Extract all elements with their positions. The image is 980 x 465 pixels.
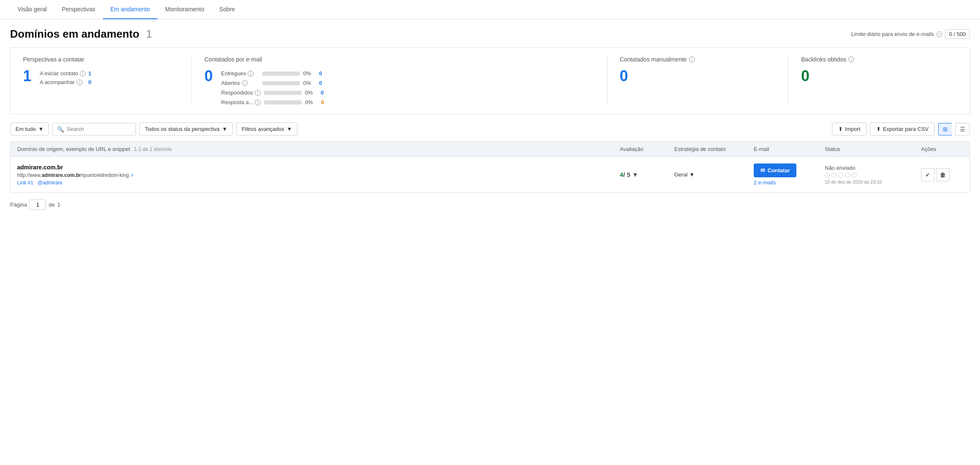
strategy-dropdown[interactable]: Geral ▼: [674, 171, 750, 178]
manual-title: Contatados manualmente i: [620, 56, 776, 63]
domain-url: http://www.admirare.com.br/quarto/edredo…: [17, 172, 616, 178]
pagination-of-label: de: [49, 202, 54, 208]
tab-em-andamento[interactable]: Em andamento: [103, 0, 158, 19]
export-icon: ⬆: [876, 126, 881, 132]
view-grid-button[interactable]: ⊞: [938, 123, 952, 135]
grid-icon: ⊞: [943, 126, 948, 133]
manual-info-icon[interactable]: i: [689, 56, 695, 62]
scope-dropdown[interactable]: Em tudo ▼: [10, 123, 49, 135]
col-status: Status: [825, 146, 917, 152]
status-dot-3: [838, 173, 843, 178]
perspectives-big-number: 1: [23, 69, 31, 84]
advanced-filter-chevron-icon: ▼: [287, 126, 292, 132]
status-dot-4: [845, 173, 850, 178]
domain-name: admirare.com.br: [17, 164, 616, 171]
search-input[interactable]: [67, 126, 129, 132]
rating-chevron-icon: ▼: [632, 171, 638, 178]
tab-sobre[interactable]: Sobre: [212, 0, 242, 19]
stat-acompanhar: A acompanhar i 0: [40, 79, 91, 85]
email-limit-value: 0 / 500: [945, 29, 970, 39]
data-table: Domínio de origem, exemplo de URL e snip…: [10, 141, 970, 193]
table-header: Domínio de origem, exemplo de URL e snip…: [10, 142, 970, 157]
email-cell: ✉ Contatar 2 e-mails: [754, 164, 821, 186]
stat-abertos: Abertos i 0% 0: [221, 80, 324, 86]
delete-action-button[interactable]: 🗑: [936, 168, 949, 181]
email-limit-label: Limite diário para envio de e-mails: [851, 31, 934, 37]
respondidos-info-icon[interactable]: i: [255, 90, 261, 96]
status-date: 10 de dez de 2020 às 23:10: [825, 179, 917, 184]
external-link-icon[interactable]: ↗: [130, 173, 133, 178]
toolbar: Em tudo ▼ 🔍 Todos os status da perspecti…: [0, 123, 980, 141]
stat-respondidos: Respondidos i 0% 0: [221, 89, 324, 96]
table-row: admirare.com.br http://www.admirare.com.…: [10, 157, 970, 192]
perspectives-section: Perspectivas a contatar 1 A iniciar cont…: [10, 56, 192, 105]
contatar-button[interactable]: ✉ Contatar: [754, 164, 796, 177]
page-title: Domínios em andamento: [10, 28, 139, 41]
view-list-button[interactable]: ☰: [955, 123, 970, 135]
backlinks-info-icon[interactable]: i: [848, 56, 854, 62]
tab-perspectivas[interactable]: Perspectivas: [54, 0, 103, 19]
domain-cell: admirare.com.br http://www.admirare.com.…: [17, 164, 616, 186]
email-section: Contatados por e-mail 0 Entregues i 0% 0…: [192, 56, 607, 105]
email-big-number: 0: [205, 69, 213, 84]
actions-cell: ✓ 🗑: [921, 168, 963, 181]
manual-big-number: 0: [620, 67, 628, 84]
status-dots: [825, 173, 917, 178]
status-dot-2: [832, 173, 837, 178]
email-limit-info-icon[interactable]: i: [937, 31, 942, 37]
col-domain: Domínio de origem, exemplo de URL e snip…: [17, 146, 616, 152]
strategy-chevron-icon: ▼: [689, 171, 695, 178]
import-icon: ⬆: [838, 126, 843, 132]
check-action-button[interactable]: ✓: [921, 168, 934, 181]
search-container: 🔍: [52, 123, 136, 135]
resposta-info-icon[interactable]: i: [255, 100, 261, 105]
export-button[interactable]: ⬆ Exportar para CSV: [870, 123, 935, 135]
domain-link2[interactable]: @admirare: [38, 180, 63, 186]
domain-link1[interactable]: Link #1: [17, 180, 33, 186]
search-icon: 🔍: [57, 126, 64, 133]
status-dot-1: [825, 173, 830, 178]
advanced-filter-label: Filtros avançados: [242, 126, 284, 132]
list-icon: ☰: [960, 126, 965, 133]
advanced-filter-dropdown[interactable]: Filtros avançados ▼: [236, 123, 298, 135]
page-header: Domínios em andamento 1 Limite diário pa…: [0, 19, 980, 47]
email-btn-icon: ✉: [760, 167, 765, 174]
status-text: Não enviado: [825, 165, 917, 171]
import-button[interactable]: ⬆ Import: [832, 123, 867, 135]
rating-value[interactable]: 4/ 5 ▼: [620, 171, 638, 178]
acompanhar-info-icon[interactable]: i: [77, 79, 82, 85]
rating-cell: 4/ 5 ▼: [620, 171, 670, 178]
pagination-label: Página: [10, 202, 27, 208]
email-limit-section: Limite diário para envio de e-mails i 0 …: [851, 29, 970, 39]
status-filter-chevron-icon: ▼: [222, 126, 228, 132]
abertos-info-icon[interactable]: i: [242, 80, 248, 86]
col-actions: Ações: [921, 146, 963, 152]
stat-iniciar: A iniciar contato i 1: [40, 70, 91, 77]
scope-label: Em tudo: [15, 126, 36, 132]
entregues-info-icon[interactable]: i: [248, 71, 253, 77]
iniciar-info-icon[interactable]: i: [80, 71, 86, 77]
backlinks-title: Backlinks obtidos i: [801, 56, 957, 63]
nav-tabs: Visão geral Perspectivas Em andamento Mo…: [0, 0, 980, 19]
email-title: Contatados por e-mail: [205, 56, 594, 63]
col-strategy: Estratégia de contato: [674, 146, 750, 152]
tab-visao-geral[interactable]: Visão geral: [10, 0, 54, 19]
pagination: Página de 1: [0, 193, 980, 217]
manual-section: Contatados manualmente i 0: [607, 56, 789, 105]
backlinks-section: Backlinks obtidos i 0: [788, 56, 970, 105]
backlinks-big-number: 0: [801, 67, 809, 84]
col-email: E-mail: [754, 146, 821, 152]
stats-card: Perspectivas a contatar 1 A iniciar cont…: [10, 47, 970, 114]
stat-entregues: Entregues i 0% 0: [221, 70, 324, 77]
perspectives-title: Perspectivas a contatar: [23, 56, 179, 63]
stat-resposta: Resposta a... i 0% 0: [221, 99, 324, 105]
page-title-count: 1: [146, 28, 152, 41]
status-filter-dropdown[interactable]: Todos os status da perspectiva ▼: [139, 123, 233, 135]
status-dot-5: [852, 173, 857, 178]
scope-chevron-icon: ▼: [38, 126, 43, 132]
page-input[interactable]: [29, 199, 46, 210]
email-count[interactable]: 2 e-mails: [754, 179, 776, 186]
tab-monitoramento[interactable]: Monitoramento: [158, 0, 212, 19]
pagination-total: 1: [57, 202, 60, 208]
status-filter-label: Todos os status da perspectiva: [145, 126, 220, 132]
